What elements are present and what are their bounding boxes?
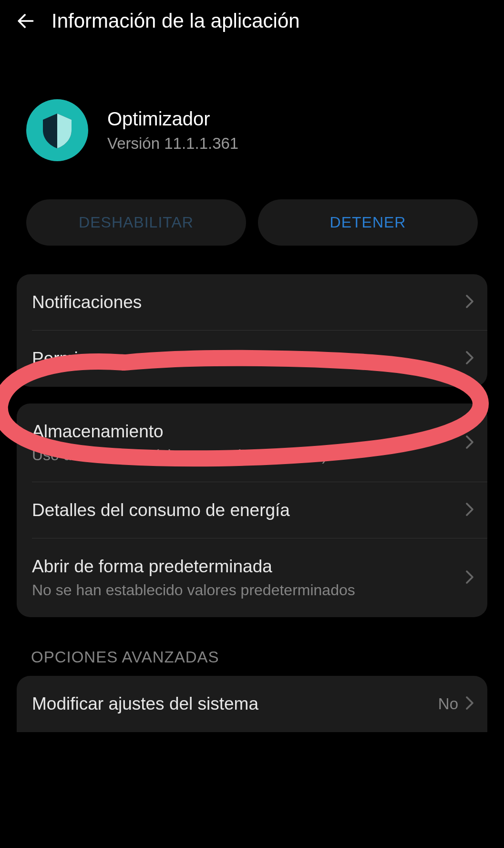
card-advanced: Modificar ajustes del sistema No bbox=[17, 676, 487, 732]
notifications-item[interactable]: Notificaciones bbox=[17, 274, 487, 331]
app-version: Versión 11.1.1.361 bbox=[107, 134, 238, 153]
item-title: Modificar ajustes del sistema bbox=[32, 694, 438, 714]
chevron-right-icon bbox=[465, 351, 474, 367]
app-name: Optimizador bbox=[107, 108, 238, 130]
storage-item[interactable]: Almacenamiento Uso de 43,79 MB (almacena… bbox=[17, 403, 487, 482]
chevron-right-icon bbox=[465, 570, 474, 586]
modify-system-item[interactable]: Modificar ajustes del sistema No bbox=[17, 676, 487, 732]
card-group-1: Notificaciones Permisos bbox=[17, 274, 487, 387]
app-icon bbox=[26, 99, 88, 161]
item-title: Notificaciones bbox=[32, 292, 465, 312]
chevron-right-icon bbox=[465, 435, 474, 451]
permissions-item[interactable]: Permisos bbox=[17, 331, 487, 387]
button-row: DESHABILITAR DETENER bbox=[0, 199, 504, 274]
item-title: Almacenamiento bbox=[32, 422, 465, 442]
energy-item[interactable]: Detalles del consumo de energía bbox=[17, 482, 487, 538]
item-subtitle: No se han establecido valores predetermi… bbox=[32, 581, 465, 599]
chevron-right-icon bbox=[465, 502, 474, 518]
item-subtitle: Uso de 43,79 MB (almacenamiento interno) bbox=[32, 446, 465, 464]
app-info-section: Optimizador Versión 11.1.1.361 bbox=[0, 42, 504, 199]
card-group-2: Almacenamiento Uso de 43,79 MB (almacena… bbox=[17, 403, 487, 617]
chevron-right-icon bbox=[465, 696, 474, 712]
item-value: No bbox=[438, 695, 458, 713]
advanced-header: OPCIONES AVANZADAS bbox=[0, 634, 504, 676]
disable-button[interactable]: DESHABILITAR bbox=[26, 199, 246, 246]
back-icon[interactable] bbox=[14, 10, 37, 32]
stop-button[interactable]: DETENER bbox=[258, 199, 478, 246]
item-title: Permisos bbox=[32, 349, 465, 369]
item-title: Abrir de forma predeterminada bbox=[32, 557, 465, 577]
chevron-right-icon bbox=[465, 294, 474, 310]
item-title: Detalles del consumo de energía bbox=[32, 500, 465, 520]
page-title: Información de la aplicación bbox=[51, 10, 300, 32]
default-open-item[interactable]: Abrir de forma predeterminada No se han … bbox=[17, 538, 487, 617]
header: Información de la aplicación bbox=[0, 0, 504, 42]
app-text-block: Optimizador Versión 11.1.1.361 bbox=[107, 108, 238, 153]
